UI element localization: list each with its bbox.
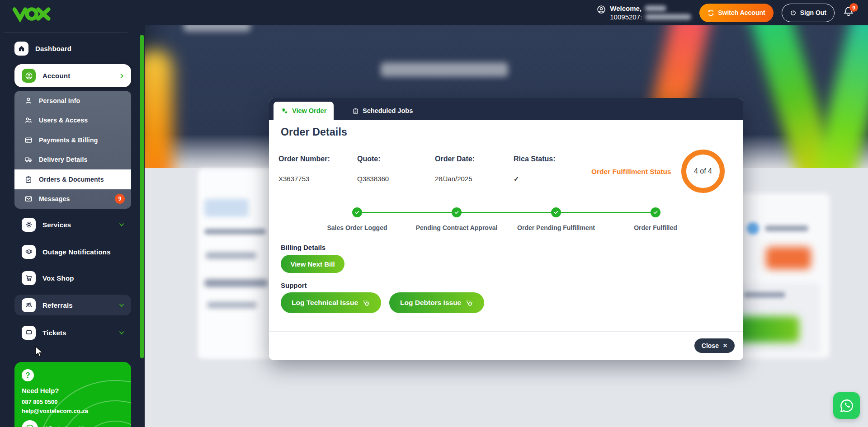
field-order-number: Order Number: X3637753 [278,155,330,183]
need-help-card: ? Need Help? 087 805 0500 help@voxteleco… [14,362,131,427]
sidebar-item-payments-billing[interactable]: Payments & Billing [14,130,131,150]
whatsapp-icon [22,420,38,427]
step-check-icon [352,207,362,217]
sidebar-label-vox-shop: Vox Shop [42,274,125,282]
whatsapp-float-button[interactable] [833,392,860,419]
cart-icon [22,271,36,285]
notification-badge: 9 [849,3,858,12]
sign-out-button[interactable]: Sign Out [782,4,835,22]
step-label: Sales Order Logged [307,224,407,231]
step-check-icon [551,207,561,217]
submenu-label: Personal Info [39,97,125,104]
sidebar-item-account[interactable]: Account [14,64,131,87]
blurred-orange-button [766,247,811,269]
chevron-down-icon [118,221,125,228]
sidebar-item-dashboard[interactable]: Dashboard [14,37,131,60]
messages-badge: 9 [115,194,125,204]
blurred-text-line [765,225,808,231]
view-next-bill-button[interactable]: View Next Bill [281,255,344,273]
blurred-tab-pill [204,199,249,217]
referrals-icon [22,298,36,312]
scheduled-jobs-icon [352,108,359,114]
alert-icon [22,245,36,259]
quote-link[interactable]: Q3838360 [357,175,389,183]
support-heading: Support [281,282,484,289]
log-technical-issue-button[interactable]: Log Technical Issue [281,292,381,313]
notifications-bell[interactable]: 9 [843,5,856,20]
billing-details-section: Billing Details View Next Bill [281,244,344,273]
fulfillment-status-label: Order Fulfillment Status [591,168,680,176]
sidebar-item-delivery-details[interactable]: Delivery Details [14,150,131,170]
sidebar-item-users-access[interactable]: Users & Access [14,111,131,131]
credit-card-icon [24,136,33,144]
gears-icon [281,107,288,115]
order-date-label: Order Date: [435,155,475,163]
blurred-panel-left [198,169,278,359]
submenu-label: Payments & Billing [39,136,125,144]
log-debtors-issue-button[interactable]: Log Debtors Issue [389,292,484,313]
sidebar-label-outage: Outage Notifications [42,248,125,256]
user-icon [597,5,606,21]
log-debtors-issue-label: Log Debtors Issue [400,299,461,307]
users-icon [24,116,33,124]
blurred-text-line [204,279,268,287]
submenu-label: Delivery Details [39,156,125,163]
sidebar-item-vox-shop[interactable]: Vox Shop [14,267,131,289]
step-label: Order Fulfilled [606,224,705,231]
blurred-info-dot [747,222,759,235]
sidebar-item-referrals[interactable]: Referrals [14,295,131,315]
tab-view-order[interactable]: View Order [274,102,334,120]
blurred-text-line [207,302,257,308]
tab-scheduled-jobs[interactable]: Scheduled Jobs [345,102,420,120]
sidebar-item-tickets[interactable]: Tickets [14,321,131,344]
order-date-value: 28/Jan/2025 [435,175,475,183]
mail-icon [24,195,33,203]
sidebar-item-outage-notifications[interactable]: Outage Notifications [14,240,131,263]
account-number: 10095207: [610,13,642,21]
step-check-icon [651,207,660,217]
close-button[interactable]: Close ✕ [694,338,735,353]
account-icon [22,69,36,83]
user-welcome-block: Welcome, 10095207: [597,4,691,21]
sidebar-divider [4,33,127,33]
field-order-date: Order Date: 28/Jan/2025 [435,155,475,183]
sidebar-label-account: Account [42,72,112,80]
tab-scheduled-jobs-label: Scheduled Jobs [363,107,413,114]
sidebar-item-services[interactable]: Services [14,213,131,236]
submenu-label: Orders & Documents [39,176,125,183]
step-order-pending-fulfillment: Order Pending Fulfillment [506,207,606,231]
stethoscope-icon [466,299,473,307]
step-sales-order-logged: Sales Order Logged [307,207,407,231]
refresh-icon [708,9,714,16]
submenu-label: Messages [39,195,108,202]
step-check-icon [452,207,462,217]
welcome-label: Welcome, [610,4,642,13]
sidebar: Dashboard Account Personal Info Users & … [0,0,145,427]
fulfillment-progress-ring: 4 of 4 [681,150,725,193]
chevron-right-icon [118,73,125,79]
sidebar-scrollbar[interactable] [140,35,144,358]
field-quote: Quote: Q3838360 [357,155,389,183]
field-rica-status: Rica Status: ✓ [514,155,555,183]
vox-logo[interactable] [11,5,55,23]
order-progress-stepper: Sales Order Logged Pending Contract Appr… [269,207,743,240]
sidebar-label-referrals: Referrals [42,301,112,309]
billing-details-heading: Billing Details [281,244,344,251]
blurred-heading-large [381,62,508,77]
chevron-down-icon [118,302,125,308]
truck-icon [24,155,33,164]
modal-title: Order Details [281,126,347,138]
question-mark-icon: ? [22,369,34,381]
sidebar-item-personal-info[interactable]: Personal Info [14,91,131,111]
submenu-label: Users & Access [39,117,125,124]
switch-account-button[interactable]: Switch Account [699,4,774,22]
rica-check-icon: ✓ [514,175,555,183]
modal-tab-bar: View Order Scheduled Jobs [269,98,743,120]
ticket-icon [22,326,36,340]
blurred-text-line [744,292,785,298]
step-label: Order Pending Fulfillment [506,224,606,231]
sidebar-item-orders-documents[interactable]: Orders & Documents [14,169,131,189]
close-label: Close [702,342,719,349]
sidebar-item-messages[interactable]: Messages 9 [14,189,131,209]
quote-label: Quote: [357,155,389,163]
